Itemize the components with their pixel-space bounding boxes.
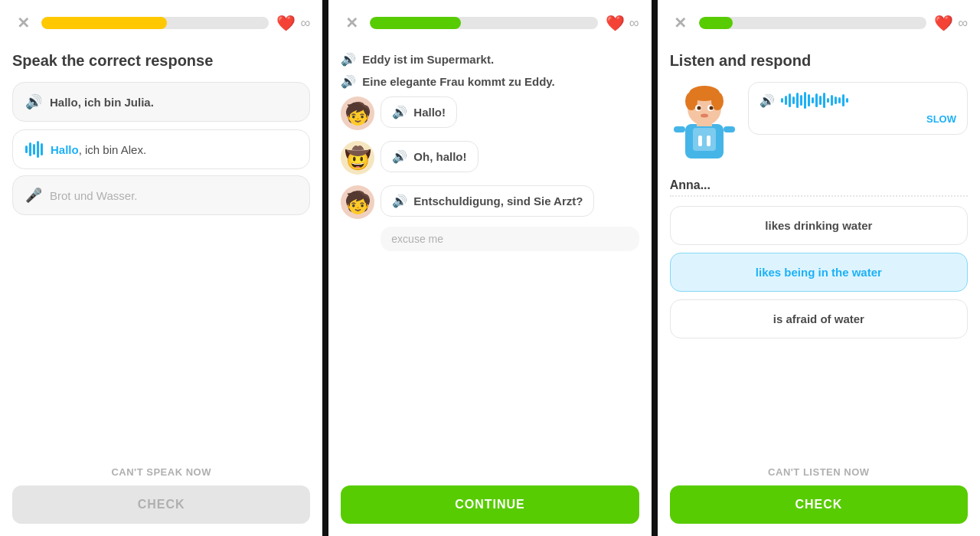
panel1-title: Speak the correct response — [12, 52, 310, 70]
waveform-icon — [25, 141, 43, 158]
svg-point-8 — [697, 106, 701, 110]
panel3-close-button[interactable]: ✕ — [670, 12, 691, 34]
speaker-icon-s2[interactable]: 🔊 — [341, 74, 356, 89]
choice-button-3[interactable]: is afraid of water — [670, 299, 968, 338]
panel-speak: ✕ ❤️ ∞ Speak the correct response 🔊 Hall… — [0, 0, 322, 536]
panel3-header: ✕ ❤️ ∞ — [658, 0, 980, 40]
infinity-icon-3: ∞ — [958, 15, 968, 31]
anna-label: Anna... — [670, 178, 968, 197]
separator-2 — [652, 0, 658, 536]
panel1-footer: CAN'T SPEAK NOW CHECK — [0, 457, 322, 536]
panel1-hearts: ❤️ ∞ — [276, 14, 310, 32]
speaker-icon-1[interactable]: 🔊 — [25, 93, 42, 110]
svg-point-10 — [701, 114, 708, 118]
panel3-title: Listen and respond — [670, 52, 968, 70]
wave-bars — [781, 92, 848, 109]
check-button-panel3[interactable]: CHECK — [670, 485, 968, 524]
panel1-waveform-bubble: Hallo, ich bin Alex. — [12, 129, 310, 169]
panel3-footer: CAN'T LISTEN NOW CHECK — [658, 457, 980, 536]
audio-waveform-box[interactable]: 🔊 — [748, 82, 968, 135]
heart-icon-3: ❤️ — [934, 14, 953, 32]
panel2-close-button[interactable]: ✕ — [341, 12, 362, 34]
panel1-header: ✕ ❤️ ∞ — [0, 0, 322, 40]
chat3-translation: excuse me — [381, 227, 639, 251]
listen-section: 🔊 — [670, 82, 968, 166]
panel2-sentence1-line: 🔊 Eddy ist im Supermarkt. — [341, 52, 639, 67]
separator-1 — [322, 0, 328, 536]
infinity-icon-2: ∞ — [629, 15, 639, 31]
svg-rect-11 — [674, 126, 685, 132]
panel2-progress-bar — [370, 17, 597, 29]
panel3-progress-fill — [699, 17, 733, 29]
svg-rect-12 — [724, 126, 735, 132]
panel-chat: ✕ ❤️ ∞ 🔊 Eddy ist im Supermarkt. 🔊 Eine … — [328, 0, 651, 536]
chat-bubble-3[interactable]: 🔊 Entschuldigung, sind Sie Arzt? — [381, 185, 594, 217]
audio-waveform-row: 🔊 — [760, 92, 956, 109]
infinity-icon: ∞ — [300, 15, 310, 31]
panel2-content: 🔊 Eddy ist im Supermarkt. 🔊 Eine elegant… — [328, 40, 651, 476]
panel1-close-button[interactable]: ✕ — [12, 12, 34, 34]
svg-rect-13 — [693, 128, 716, 151]
panel1-waveform-text: Hallo, ich bin Alex. — [51, 143, 146, 156]
panel2-sentence1: Eddy ist im Supermarkt. — [362, 53, 494, 66]
character-svg — [670, 82, 739, 166]
avatar-red1: 🧒 — [341, 96, 374, 130]
panel1-mic-bubble[interactable]: 🎤 Brot und Wasser. — [12, 175, 310, 215]
cant-speak-button[interactable]: CAN'T SPEAK NOW — [111, 466, 211, 478]
panel2-footer: CONTINUE — [328, 476, 651, 536]
chat-bubble-1[interactable]: 🔊 Hallo! — [381, 96, 457, 128]
panel1-mic-placeholder: Brot und Wasser. — [50, 189, 138, 202]
panel2-sentence2: Eine elegante Frau kommt zu Eddy. — [362, 75, 554, 88]
panel3-progress-bar — [699, 17, 926, 29]
waveform-highlight: Hallo — [51, 143, 79, 156]
panel3-content: Listen and respond — [658, 40, 980, 457]
speaker-icon-c2[interactable]: 🔊 — [392, 149, 407, 164]
svg-rect-15 — [707, 136, 710, 146]
slow-button[interactable]: SLOW — [760, 113, 956, 125]
panel1-bubble1-text: Hallo, ich bin Julia. — [50, 96, 154, 109]
panel1-content: Speak the correct response 🔊 Hallo, ich … — [0, 40, 322, 457]
speaker-icon-c3[interactable]: 🔊 — [392, 194, 407, 208]
chat1-text: Hallo! — [413, 106, 446, 119]
panel2-chat1: 🧒 🔊 Hallo! — [341, 96, 639, 130]
speaker-icon-c1[interactable]: 🔊 — [392, 105, 407, 119]
svg-point-9 — [709, 106, 713, 110]
speaker-icon-s1[interactable]: 🔊 — [341, 52, 356, 67]
panel2-chat3: 🧒 🔊 Entschuldigung, sind Sie Arzt? — [341, 185, 639, 219]
panel1-progress-bar — [41, 17, 269, 29]
panel2-progress-fill — [370, 17, 461, 29]
continue-button[interactable]: CONTINUE — [341, 485, 639, 524]
panel2-chat2: 🤠 🔊 Oh, hallo! — [341, 141, 639, 175]
chat3-text: Entschuldigung, sind Sie Arzt? — [413, 194, 583, 208]
choice-button-1[interactable]: likes drinking water — [670, 206, 968, 245]
panel2-header: ✕ ❤️ ∞ — [328, 0, 651, 40]
panel2-hearts: ❤️ ∞ — [606, 14, 639, 32]
check-button-panel1[interactable]: CHECK — [12, 485, 310, 524]
avatar-yellow: 🤠 — [341, 141, 374, 175]
choice-button-2[interactable]: likes being in the water — [670, 253, 968, 292]
panel2-sentence2-line: 🔊 Eine elegante Frau kommt zu Eddy. — [341, 74, 639, 89]
character-avatar — [670, 82, 739, 166]
heart-icon-2: ❤️ — [606, 14, 625, 32]
chat2-text: Oh, hallo! — [413, 150, 466, 163]
heart-icon: ❤️ — [276, 14, 296, 32]
avatar-red2: 🧒 — [341, 185, 374, 219]
svg-rect-14 — [698, 136, 702, 146]
chat-bubble-2[interactable]: 🔊 Oh, hallo! — [381, 141, 478, 172]
cant-listen-button[interactable]: CAN'T LISTEN NOW — [768, 466, 869, 478]
panel1-progress-fill — [41, 17, 167, 29]
speaker-icon-listen[interactable]: 🔊 — [760, 93, 775, 108]
panel1-bubble1[interactable]: 🔊 Hallo, ich bin Julia. — [12, 82, 310, 122]
panel-listen: ✕ ❤️ ∞ Listen and respond — [658, 0, 980, 536]
panel3-hearts: ❤️ ∞ — [934, 14, 968, 32]
microphone-icon: 🎤 — [25, 187, 42, 204]
